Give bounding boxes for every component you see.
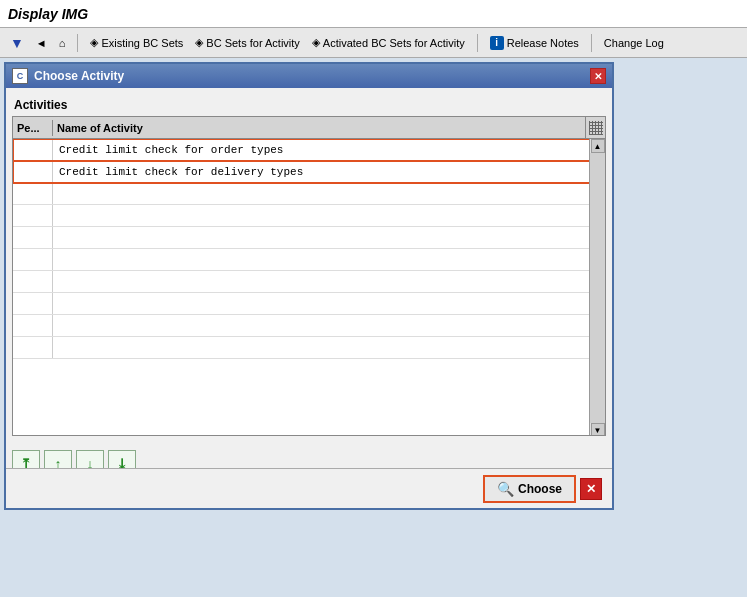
toolbar-change-log[interactable]: Change Log [600,35,668,51]
table-header: Pe... Name of Activity [13,117,605,139]
toolbar-separator-3 [591,34,592,52]
cell-name-3 [53,214,605,218]
table-row[interactable] [13,293,605,315]
info-icon: i [490,36,504,50]
choose-activity-dialog: C Choose Activity ✕ Activities Pe... Nam… [4,62,614,510]
scrollbar-down-button[interactable]: ▼ [591,423,605,436]
column-header-name: Name of Activity [53,120,585,136]
scrollbar-track [590,153,605,423]
dialog-body: Activities Pe... Name of Activity [6,88,612,442]
existing-bc-sets-icon: ◈ [90,36,98,49]
cell-name-1: Credit limit check for delivery types [53,164,605,180]
main-area: C Choose Activity ✕ Activities Pe... Nam… [0,58,747,597]
toolbar-separator-2 [477,34,478,52]
table-scrollbar[interactable]: ▲ ▼ [589,139,605,436]
choose-icon: 🔍 [497,481,514,497]
existing-bc-sets-label: Existing BC Sets [101,37,183,49]
cell-pe-3 [13,205,53,226]
release-notes-label: Release Notes [507,37,579,49]
grid-settings-icon [589,121,603,135]
table-row[interactable] [13,315,605,337]
title-bar: Display IMG [0,0,747,28]
activated-bc-sets-icon: ◈ [312,36,320,49]
toolbar-separator-1 [77,34,78,52]
table-row[interactable] [13,271,605,293]
cancel-button[interactable]: ✕ [580,478,602,500]
table-row[interactable]: Credit limit check for delivery types [13,161,605,183]
cell-name-8 [53,324,605,328]
dialog-title: Choose Activity [34,69,124,83]
cancel-icon: ✕ [586,482,596,496]
activities-table: Pe... Name of Activity Credit limit chec… [12,116,606,436]
cell-name-0: Credit limit check for order types [53,142,605,158]
cell-pe-4 [13,227,53,248]
toolbar-home[interactable]: ⌂ [55,35,70,51]
bc-sets-activity-label: BC Sets for Activity [206,37,300,49]
cell-pe-0 [13,139,53,160]
table-row[interactable] [13,337,605,359]
cell-name-9 [53,346,605,350]
dialog-close-button[interactable]: ✕ [590,68,606,84]
toolbar-activated-bc-sets[interactable]: ◈ Activated BC Sets for Activity [308,34,469,51]
cell-pe-5 [13,249,53,270]
nav-left-icon: ◄ [36,37,47,49]
app-title: Display IMG [8,6,88,22]
table-row[interactable] [13,227,605,249]
table-row[interactable] [13,249,605,271]
column-header-pe: Pe... [13,120,53,136]
bottom-bar: 🔍 Choose ✕ [6,468,612,508]
nav-down-icon: ▼ [10,35,24,51]
dialog-area: C Choose Activity ✕ Activities Pe... Nam… [0,58,627,597]
cell-pe-7 [13,293,53,314]
cell-pe-9 [13,337,53,358]
cell-name-5 [53,258,605,262]
dialog-title-left: C Choose Activity [12,68,124,84]
scrollbar-up-button[interactable]: ▲ [591,139,605,153]
cell-pe-1 [13,161,53,182]
choose-button[interactable]: 🔍 Choose [483,475,576,503]
toolbar-existing-bc-sets[interactable]: ◈ Existing BC Sets [86,34,187,51]
table-row[interactable] [13,205,605,227]
toolbar-nav-down[interactable]: ▼ [6,33,28,53]
toolbar-nav-left[interactable]: ◄ [32,35,51,51]
close-icon: ✕ [594,71,602,82]
cell-name-7 [53,302,605,306]
right-panel [627,58,747,597]
choose-label: Choose [518,482,562,496]
toolbar-bc-sets-activity[interactable]: ◈ BC Sets for Activity [191,34,304,51]
toolbar-release-notes[interactable]: i Release Notes [486,34,583,52]
activated-bc-sets-label: Activated BC Sets for Activity [323,37,465,49]
cell-pe-6 [13,271,53,292]
bc-sets-activity-icon: ◈ [195,36,203,49]
cell-pe-2 [13,183,53,204]
cell-name-2 [53,192,605,196]
dialog-icon: C [12,68,28,84]
table-row[interactable] [13,183,605,205]
table-rows-container[interactable]: Credit limit check for order types Credi… [13,139,605,436]
toolbar: ▼ ◄ ⌂ ◈ Existing BC Sets ◈ BC Sets for A… [0,28,747,58]
cell-pe-8 [13,315,53,336]
cell-name-4 [53,236,605,240]
dialog-titlebar: C Choose Activity ✕ [6,64,612,88]
home-icon: ⌂ [59,37,66,49]
activities-section-label: Activities [12,94,606,116]
column-header-icon [585,117,605,138]
change-log-label: Change Log [604,37,664,49]
table-row[interactable]: Credit limit check for order types [13,139,605,161]
cell-name-6 [53,280,605,284]
